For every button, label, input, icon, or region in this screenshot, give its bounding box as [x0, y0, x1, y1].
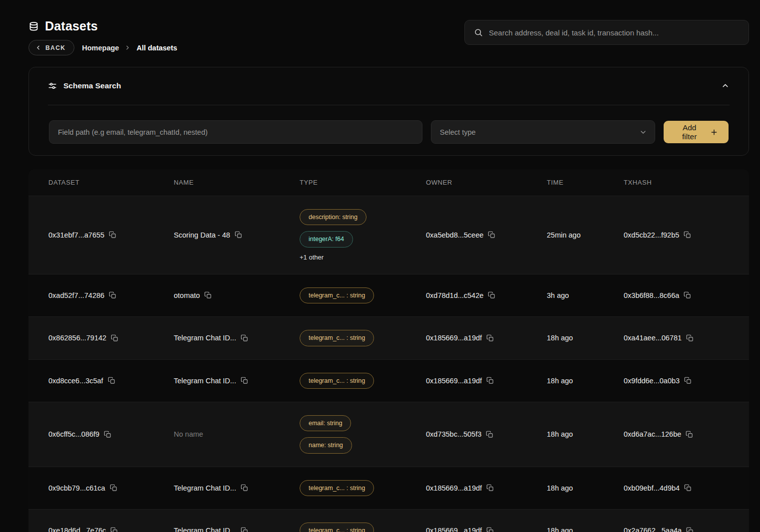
type-pill: telegram_c... : string	[300, 480, 374, 496]
table-row[interactable]: 0x9cbb79...c61caTelegram Chat ID...teleg…	[28, 467, 749, 509]
time-value: 18h ago	[547, 430, 573, 438]
search-input[interactable]	[489, 28, 740, 37]
table-row[interactable]: 0xd8cce6...3c5afTelegram Chat ID...teleg…	[28, 359, 749, 402]
type-select[interactable]: Select type	[431, 120, 656, 144]
dataset-name: Scoring Data - 48	[174, 231, 230, 239]
name-copy-icon[interactable]	[204, 291, 212, 299]
breadcrumb-homepage[interactable]: Homepage	[82, 44, 119, 52]
name-cell: otomato	[174, 291, 300, 299]
nav-row: BACK Homepage All datasets	[28, 40, 177, 55]
dataset-name: Telegram Chat ID...	[174, 484, 236, 492]
top-bar: Datasets BACK Homepage All datasets	[28, 0, 749, 55]
column-header: TXHASH	[624, 179, 749, 186]
column-header: TIME	[547, 179, 624, 186]
txhash-value: 0xa41aee...06781	[624, 334, 682, 342]
owner-copy-icon[interactable]	[486, 334, 494, 342]
name-copy-icon[interactable]	[235, 231, 242, 239]
owner-address: 0x185669...a19df	[426, 484, 482, 492]
owner-copy-icon[interactable]	[486, 431, 493, 438]
dataset-name: No name	[174, 430, 203, 438]
dataset-cell: 0x31ebf7...a7655	[48, 231, 174, 239]
column-header: OWNER	[426, 179, 547, 186]
owner-address: 0x185669...a19df	[426, 377, 482, 385]
dataset-copy-icon[interactable]	[108, 377, 115, 384]
name-copy-icon[interactable]	[241, 377, 248, 384]
name-copy-icon[interactable]	[241, 334, 248, 342]
dataset-copy-icon[interactable]	[111, 334, 118, 342]
txhash-copy-icon[interactable]	[686, 431, 693, 438]
collapse-panel-button[interactable]	[719, 79, 732, 92]
dataset-name: Telegram Chat ID...	[174, 334, 236, 342]
owner-address: 0xd78d1d...c542e	[426, 291, 483, 299]
time-cell: 25min ago	[547, 231, 624, 239]
type-cell: email: stringname: string	[300, 402, 426, 467]
dataset-copy-icon[interactable]	[109, 231, 116, 239]
txhash-copy-icon[interactable]	[686, 334, 694, 342]
time-cell: 3h ago	[547, 291, 624, 299]
title-block: Datasets BACK Homepage All datasets	[28, 19, 177, 55]
back-button[interactable]: BACK	[28, 40, 74, 55]
column-header: DATASET	[48, 179, 174, 186]
owner-copy-icon[interactable]	[486, 377, 494, 384]
dataset-id: 0x6cff5c...086f9	[48, 430, 99, 438]
txhash-copy-icon[interactable]	[684, 291, 691, 299]
dataset-copy-icon[interactable]	[104, 431, 111, 438]
time-value: 18h ago	[547, 527, 573, 532]
table-row[interactable]: 0x862856...79142Telegram Chat ID...teleg…	[28, 316, 749, 359]
name-cell: Scoring Data - 48	[174, 231, 300, 239]
table-row[interactable]: 0x31ebf7...a7655Scoring Data - 48descrip…	[28, 196, 749, 274]
name-copy-icon[interactable]	[241, 527, 248, 532]
type-pill: description: string	[300, 209, 367, 225]
txhash-value: 0xb09ebf...4d9b4	[624, 484, 680, 492]
type-pill: integerA: f64	[300, 231, 353, 247]
txhash-copy-icon[interactable]	[684, 377, 692, 384]
more-types-label: +1 other	[300, 254, 324, 261]
breadcrumb-current: All datasets	[136, 44, 177, 52]
type-select-value: Select type	[440, 128, 476, 136]
dataset-copy-icon[interactable]	[109, 291, 116, 299]
owner-cell: 0x185669...a19df	[426, 377, 547, 385]
dataset-id: 0xd8cce6...3c5af	[48, 377, 103, 385]
name-copy-icon[interactable]	[241, 484, 248, 492]
field-path-input[interactable]	[49, 120, 422, 144]
time-value: 18h ago	[547, 334, 573, 342]
txhash-cell: 0xd6a7ac...126be	[624, 430, 749, 438]
type-cell: telegram_c... : string	[300, 510, 426, 532]
owner-copy-icon[interactable]	[486, 527, 494, 532]
type-cell: telegram_c... : string	[300, 360, 426, 402]
dataset-id: 0xad52f7...74286	[48, 291, 104, 299]
txhash-copy-icon[interactable]	[684, 484, 692, 492]
table-row[interactable]: 0xad52f7...74286otomatotelegram_c... : s…	[28, 274, 749, 316]
time-cell: 18h ago	[547, 527, 624, 532]
owner-copy-icon[interactable]	[486, 484, 494, 492]
dataset-copy-icon[interactable]	[110, 527, 118, 532]
page-title: Datasets	[45, 19, 98, 33]
chevron-down-icon	[639, 128, 647, 136]
owner-copy-icon[interactable]	[488, 231, 495, 239]
dataset-id: 0x31ebf7...a7655	[48, 231, 104, 239]
dataset-id: 0x9cbb79...c61ca	[48, 484, 105, 492]
dataset-copy-icon[interactable]	[110, 484, 117, 492]
time-cell: 18h ago	[547, 334, 624, 342]
sliders-icon	[48, 81, 57, 90]
txhash-value: 0x9fdd6e...0a0b3	[624, 377, 680, 385]
txhash-cell: 0x3b6f88...8c66a	[624, 291, 749, 299]
global-search[interactable]	[464, 20, 749, 45]
txhash-cell: 0x2a7662...5aa4a	[624, 527, 749, 532]
txhash-copy-icon[interactable]	[684, 231, 691, 239]
dataset-cell: 0x6cff5c...086f9	[48, 430, 174, 438]
time-cell: 18h ago	[547, 377, 624, 385]
column-header: TYPE	[300, 179, 426, 186]
add-filter-button[interactable]: Add filter	[664, 121, 729, 143]
table-row[interactable]: 0xe18d6d...7e76cTelegram Chat ID...teleg…	[28, 509, 749, 532]
txhash-copy-icon[interactable]	[686, 527, 694, 532]
dataset-name: Telegram Chat ID...	[174, 377, 236, 385]
schema-search-body: Select type Add filter	[29, 105, 749, 155]
table-body: 0x31ebf7...a7655Scoring Data - 48descrip…	[28, 196, 749, 532]
table-row[interactable]: 0x6cff5c...086f9No nameemail: stringname…	[28, 402, 749, 467]
time-value: 18h ago	[547, 484, 573, 492]
time-value: 3h ago	[547, 291, 569, 299]
owner-address: 0xd735bc...505f3	[426, 430, 481, 438]
type-cell: telegram_c... : string	[300, 317, 426, 359]
owner-copy-icon[interactable]	[488, 291, 495, 299]
